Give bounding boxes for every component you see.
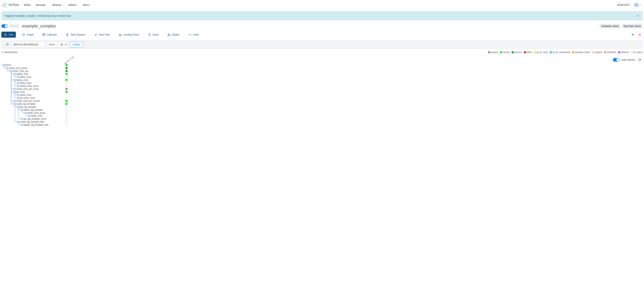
timezone-selector[interactable]: 16:50 UTC	[617, 4, 631, 6]
task-instance-cell[interactable]	[66, 70, 68, 72]
task-label[interactable]: create_entry_gcs_result2	[16, 100, 40, 102]
refresh-button[interactable]	[636, 57, 642, 63]
task-label[interactable]: get_tag_template_result	[24, 118, 46, 120]
task-node-icon[interactable]	[17, 106, 19, 108]
tab-task-tries[interactable]: Task Tries	[92, 32, 112, 38]
task-instance-cell[interactable]	[66, 118, 68, 120]
tab-task-duration[interactable]: Task Duration	[63, 32, 88, 38]
task-node-icon[interactable]	[17, 82, 19, 84]
task-label[interactable]: lookup_entry_result	[20, 85, 38, 87]
task-label[interactable]: create_entry_gcs	[12, 70, 29, 72]
tabs: TreeGraphCalendarTask DurationTask Tries…	[2, 32, 201, 38]
task-instance-cell[interactable]	[66, 94, 68, 96]
task-node-icon[interactable]	[6, 67, 8, 69]
task-instance-cell[interactable]	[66, 79, 68, 81]
tab-graph[interactable]: Graph	[20, 32, 36, 38]
tab-tree[interactable]: Tree	[2, 32, 16, 38]
task-node-icon[interactable]	[17, 76, 19, 78]
tab-details[interactable]: Details	[165, 32, 182, 38]
nav-link-dags[interactable]: DAGs	[24, 4, 31, 6]
task-label[interactable]: get_entry	[16, 91, 25, 93]
task-instance-cell[interactable]	[66, 121, 68, 123]
auto-refresh-toggle[interactable]	[613, 58, 620, 62]
schedule-pill[interactable]: Schedule: None	[600, 24, 620, 29]
task-node-icon[interactable]	[14, 103, 16, 105]
task-label[interactable]: lookup_entry	[16, 79, 28, 81]
task-node-icon[interactable]	[14, 100, 16, 102]
task-instance-cell[interactable]	[66, 85, 68, 87]
task-node-icon[interactable]	[14, 91, 16, 93]
update-button[interactable]: Update	[70, 42, 83, 47]
task-node-icon[interactable]	[21, 118, 23, 120]
task-instance-cell[interactable]	[66, 124, 68, 126]
task-label[interactable]: [DAG]	[5, 64, 11, 66]
calendar-icon	[6, 43, 8, 46]
task-tries-icon	[94, 33, 97, 36]
task-label[interactable]: create_entry_gcs_result	[16, 88, 39, 90]
navbar-left: Airflow DAGsSecurityBrowseAdminDocs	[2, 2, 91, 8]
task-node-icon[interactable]	[17, 121, 19, 123]
task-node-icon[interactable]	[17, 97, 19, 99]
task-label[interactable]: update_tag_template_field	[24, 124, 48, 126]
task-node-icon[interactable]	[17, 85, 19, 87]
task-label[interactable]: create_entry_group	[9, 67, 27, 69]
task-node-icon[interactable]	[21, 109, 23, 111]
play-icon	[632, 34, 634, 36]
task-instance-cell[interactable]	[66, 73, 68, 75]
task-node-icon[interactable]	[10, 70, 12, 72]
task-instance-cell[interactable]	[66, 106, 68, 108]
task-node-icon[interactable]	[2, 64, 4, 66]
nav-link-admin[interactable]: Admin	[68, 4, 78, 6]
task-instance-cell[interactable]	[66, 103, 68, 105]
task-node-icon[interactable]	[14, 79, 16, 81]
task-label[interactable]: create_tag_template_field	[20, 121, 44, 123]
task-label[interactable]: delete_tag_template	[24, 109, 43, 111]
task-label[interactable]: delete_entry_group	[27, 112, 45, 114]
task-instance-cell[interactable]	[66, 76, 68, 78]
task-label[interactable]: get_entry_result	[20, 97, 35, 99]
runs-select[interactable]: 25	[58, 42, 68, 47]
status-legend-label: up_for_reschedule	[552, 51, 570, 54]
tab-landing-times[interactable]: Landing Times	[116, 32, 142, 38]
nav-link-browse[interactable]: Browse	[52, 4, 64, 6]
task-label[interactable]: delete_entry	[31, 115, 42, 117]
base-date-input[interactable]	[11, 42, 45, 47]
task-label[interactable]: delete_entry	[20, 82, 32, 84]
user-menu[interactable]: AA	[634, 2, 641, 8]
task-instance-cell[interactable]	[66, 91, 68, 93]
task-instance-cell[interactable]	[66, 100, 68, 102]
task-instance-cell[interactable]	[66, 109, 68, 111]
nextrun-pill[interactable]: Next Run: None	[622, 24, 643, 29]
brand[interactable]: Airflow	[2, 2, 19, 8]
dag-enable-toggle[interactable]	[2, 24, 8, 28]
task-node-icon[interactable]	[21, 124, 23, 126]
task-instance-cell[interactable]	[66, 67, 68, 69]
flash-text: Triggered example_complex, it should sta…	[4, 15, 71, 17]
task-instance-cell[interactable]	[66, 88, 68, 90]
task-node-icon[interactable]	[14, 88, 16, 90]
calendar-button[interactable]	[4, 42, 10, 47]
task-label[interactable]: get_tag_template	[20, 106, 36, 108]
nav-link-security[interactable]: Security	[36, 4, 48, 6]
task-label[interactable]: create_tag_template	[16, 103, 35, 105]
task-instance-cell[interactable]	[66, 82, 68, 84]
tab-code[interactable]: Code	[186, 32, 201, 38]
task-node-icon[interactable]	[28, 115, 30, 117]
dagrun-status-icon[interactable]	[66, 64, 68, 66]
nav-link-docs[interactable]: Docs	[83, 4, 91, 6]
task-label[interactable]: delete_entry	[20, 76, 32, 78]
delete-dag-button[interactable]	[637, 32, 642, 38]
trigger-dag-button[interactable]	[630, 32, 636, 38]
task-node-icon[interactable]	[24, 112, 27, 114]
task-instance-cell[interactable]	[66, 115, 68, 117]
task-label[interactable]: update_entry	[16, 73, 28, 75]
task-instance-cell[interactable]	[66, 97, 68, 99]
tab-gantt[interactable]: Gantt	[146, 32, 161, 38]
task-node-icon[interactable]	[14, 73, 16, 75]
close-icon[interactable]: ×	[636, 14, 640, 18]
airflow-logo-icon	[2, 2, 8, 8]
tab-calendar[interactable]: Calendar	[40, 32, 60, 38]
task-node-icon[interactable]	[17, 94, 19, 96]
task-label[interactable]: delete_entry	[20, 94, 32, 96]
task-instance-cell[interactable]	[66, 112, 68, 114]
